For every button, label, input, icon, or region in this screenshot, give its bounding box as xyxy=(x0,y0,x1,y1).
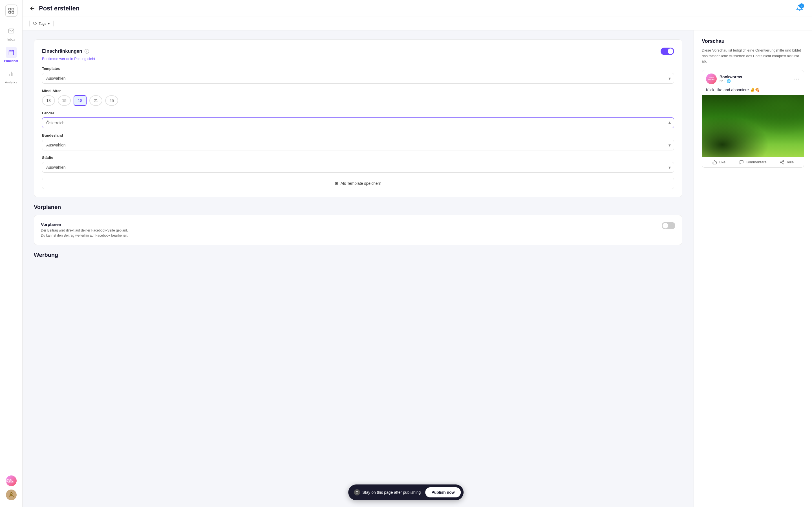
stay-toggle-circle[interactable] xyxy=(354,489,360,496)
staedte-field: Städte Auswählen ▾ xyxy=(42,156,674,173)
preview-panel: Vorschau Diese Vorschau ist lediglich ei… xyxy=(694,31,812,507)
publish-bar: Stay on this page after publishing Publi… xyxy=(348,485,463,500)
template-icon: ⊞ xyxy=(335,181,338,186)
restrictions-section: Einschränkungen i Bestimme wer dein Post… xyxy=(34,40,682,197)
vorplanen-desc-line2: Du kannst den Beitrag weiterhin auf Face… xyxy=(41,233,128,238)
restrictions-header: Einschränkungen i xyxy=(42,48,674,55)
svg-rect-1 xyxy=(12,8,14,10)
bundesland-field: Bundesland Auswählen ▾ xyxy=(42,133,674,151)
vorplanen-desc-line1: Der Beitrag wird direkt auf deiner Faceb… xyxy=(41,228,128,233)
laender-field: Länder Österreich ▾ xyxy=(42,111,674,128)
werbung-section: Werbung xyxy=(34,252,682,258)
globe-icon: 🌐 xyxy=(726,79,731,83)
fb-post-image xyxy=(702,95,804,157)
templates-select-wrap: Auswählen ▾ xyxy=(42,73,674,83)
left-panel: Einschränkungen i Bestimme wer dein Post… xyxy=(22,31,694,507)
svg-rect-3 xyxy=(12,11,14,13)
bundesland-select-wrap: Auswählen ▾ xyxy=(42,140,674,151)
age-btn-21[interactable]: 21 xyxy=(89,95,102,106)
topbar: Post erstellen 3 xyxy=(22,0,812,17)
svg-rect-2 xyxy=(9,11,11,13)
fb-actions: Like Kommentare xyxy=(702,157,804,167)
info-icon[interactable]: i xyxy=(85,49,89,54)
fb-post-text: Klick, like and abonniere ✌️🍕 xyxy=(702,88,804,95)
restrictions-subtitle: Bestimme wer dein Posting sieht xyxy=(42,57,674,61)
topbar-left: Post erstellen xyxy=(29,5,80,12)
topbar-right: 3 xyxy=(794,2,805,14)
werbung-title: Werbung xyxy=(34,252,682,258)
vorplanen-section: Vorplanen Vorplanen Der Beitrag wird dir… xyxy=(34,204,682,245)
vorplanen-card: Vorplanen Der Beitrag wird direkt auf de… xyxy=(34,215,682,245)
notification-button[interactable]: 3 xyxy=(794,2,805,14)
fb-comment-button[interactable]: Kommentare xyxy=(736,157,770,167)
fb-like-button[interactable]: Like xyxy=(702,157,736,167)
fb-image-visual xyxy=(702,95,804,157)
preview-card: BOOKWORMS Bookworms 6h · 🌐 ··· xyxy=(702,70,804,168)
svg-point-14 xyxy=(783,160,784,161)
page-title: Post erstellen xyxy=(39,5,80,12)
laender-select-wrap: Österreich ▾ xyxy=(42,117,674,128)
age-row: 13 15 18 21 25 xyxy=(42,95,674,106)
age-btn-13[interactable]: 13 xyxy=(42,95,55,106)
sidebar-item-publisher[interactable]: Publisher xyxy=(0,44,22,65)
laender-label: Länder xyxy=(42,111,674,115)
laender-select[interactable]: Österreich xyxy=(42,117,674,128)
age-btn-15[interactable]: 15 xyxy=(58,95,71,106)
age-field: Mind. Alter 13 15 18 21 25 xyxy=(42,89,674,106)
vorplanen-label: Vorplanen xyxy=(41,222,128,227)
restrictions-title: Einschränkungen i xyxy=(42,48,89,54)
app-logo[interactable] xyxy=(5,4,17,17)
notification-badge: 3 xyxy=(799,3,804,8)
fb-avatar: BOOKWORMS xyxy=(706,73,717,84)
bundesland-label: Bundesland xyxy=(42,133,674,137)
avatar-user[interactable] xyxy=(6,490,17,500)
publish-now-button[interactable]: Publish now xyxy=(425,487,461,497)
vorplanen-toggle[interactable] xyxy=(662,222,675,229)
svg-point-19 xyxy=(356,492,358,494)
fb-meta: 6h · 🌐 xyxy=(719,79,742,83)
staedte-label: Städte xyxy=(42,156,674,160)
staedte-select-wrap: Auswählen ▾ xyxy=(42,162,674,173)
svg-point-16 xyxy=(783,163,784,164)
fb-share-button[interactable]: Teile xyxy=(770,157,804,167)
fb-page-name: Bookworms xyxy=(719,75,742,79)
save-template-button[interactable]: ⊞ Als Template speichern xyxy=(42,178,674,189)
sidebar-item-analytics[interactable]: Analytics xyxy=(0,65,22,87)
sidebar-bottom: BOOK WORMS xyxy=(6,475,17,503)
svg-line-17 xyxy=(781,163,783,163)
templates-select[interactable]: Auswählen xyxy=(42,73,674,83)
age-btn-18[interactable]: 18 xyxy=(73,95,87,106)
content-area: Einschränkungen i Bestimme wer dein Post… xyxy=(22,31,812,507)
svg-rect-4 xyxy=(9,50,13,55)
vorplanen-info: Vorplanen Der Beitrag wird direkt auf de… xyxy=(41,222,128,238)
templates-field: Templates Auswählen ▾ xyxy=(42,66,674,83)
bundesland-select[interactable]: Auswählen xyxy=(42,140,674,151)
age-label: Mind. Alter xyxy=(42,89,674,93)
fb-profile: BOOKWORMS Bookworms 6h · 🌐 xyxy=(706,73,742,84)
more-options-icon[interactable]: ··· xyxy=(794,75,800,82)
svg-point-11 xyxy=(10,493,12,495)
age-btn-25[interactable]: 25 xyxy=(105,95,118,106)
vorplanen-title: Vorplanen xyxy=(34,204,682,210)
sidebar-item-inbox[interactable]: Inbox xyxy=(0,22,22,44)
vorplanen-row: Vorplanen Der Beitrag wird direkt auf de… xyxy=(41,222,675,238)
svg-rect-0 xyxy=(9,8,11,10)
stay-toggle: Stay on this page after publishing xyxy=(354,489,421,496)
sidebar: Inbox Publisher Analytics BOOK WORMS xyxy=(0,0,22,507)
fb-card-header: BOOKWORMS Bookworms 6h · 🌐 ··· xyxy=(702,70,804,88)
fb-profile-info: Bookworms 6h · 🌐 xyxy=(719,75,742,83)
restrictions-toggle[interactable] xyxy=(661,48,674,55)
staedte-select[interactable]: Auswählen xyxy=(42,162,674,173)
svg-point-15 xyxy=(780,162,781,163)
preview-title: Vorschau xyxy=(702,38,804,44)
templates-label: Templates xyxy=(42,66,674,71)
main-content: Post erstellen 3 Tags ▾ xyxy=(22,0,812,507)
back-button[interactable] xyxy=(29,5,36,11)
tags-button[interactable]: Tags ▾ xyxy=(29,20,54,27)
avatar-bookworms[interactable]: BOOK WORMS xyxy=(6,475,17,486)
svg-line-18 xyxy=(781,161,783,162)
preview-description: Diese Vorschau ist lediglich eine Orient… xyxy=(702,48,804,64)
tags-bar: Tags ▾ xyxy=(22,17,812,31)
